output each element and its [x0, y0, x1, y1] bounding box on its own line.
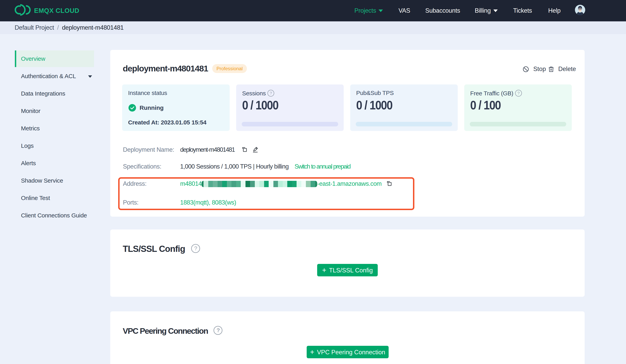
svg-text:?: ? [194, 245, 197, 252]
svg-text:?: ? [517, 91, 519, 95]
svg-text:?: ? [270, 91, 272, 95]
svg-text:?: ? [217, 327, 220, 333]
